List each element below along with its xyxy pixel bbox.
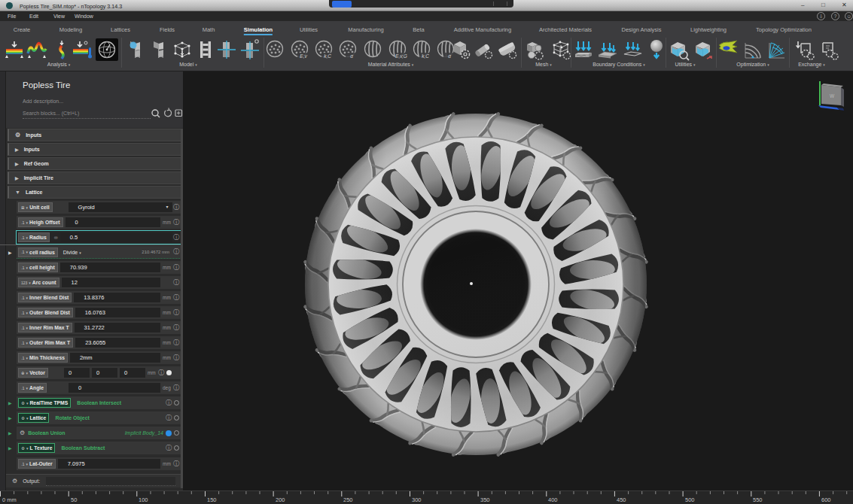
svg-text:100: 100 — [139, 496, 148, 503]
svg-text:600: 600 — [821, 496, 831, 503]
svg-text:400: 400 — [548, 496, 558, 503]
svg-text:350: 350 — [480, 496, 490, 503]
svg-text:200: 200 — [276, 496, 285, 503]
svg-text:150: 150 — [207, 496, 217, 503]
svg-text:500: 500 — [685, 496, 695, 503]
svg-text:E,v: E,v — [300, 53, 307, 59]
svg-text:250: 250 — [343, 496, 353, 503]
svg-text:E,v,G: E,v,G — [395, 53, 407, 59]
svg-text:k,C: k,C — [324, 53, 331, 59]
svg-text:α: α — [350, 53, 353, 59]
svg-text:0 mm: 0 mm — [2, 496, 17, 503]
svg-text:W: W — [830, 93, 835, 99]
svg-text:300: 300 — [412, 496, 422, 503]
svg-text:450: 450 — [617, 496, 626, 503]
svg-text:550: 550 — [753, 496, 763, 503]
svg-text:k,C: k,C — [422, 53, 429, 59]
svg-text:50: 50 — [71, 496, 77, 503]
